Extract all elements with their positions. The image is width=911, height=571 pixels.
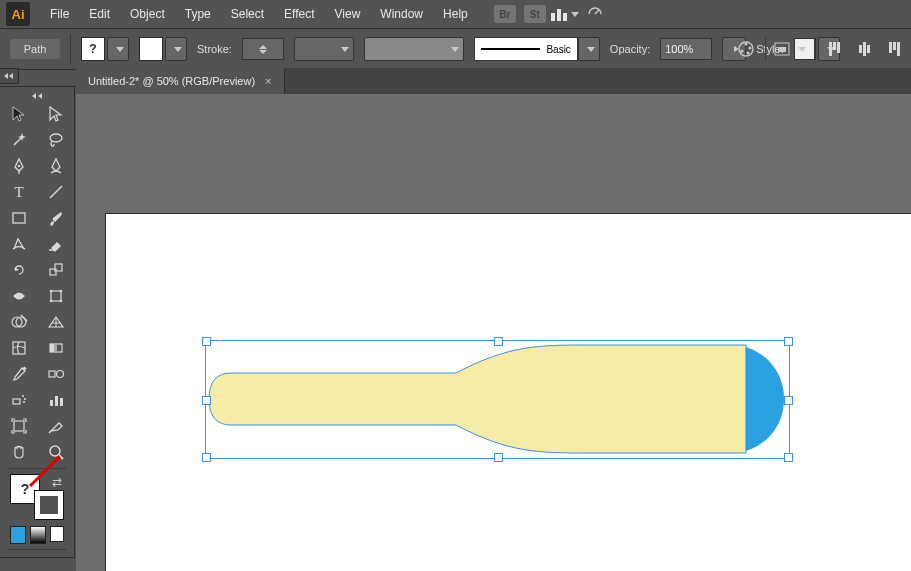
menu-select[interactable]: Select — [221, 0, 274, 28]
rectangle-tool[interactable] — [0, 205, 37, 231]
align-right-icon[interactable] — [883, 38, 905, 60]
document-stage[interactable] — [76, 94, 911, 571]
handle-se[interactable] — [784, 453, 793, 462]
align-center-icon[interactable] — [853, 38, 875, 60]
line-segment-tool[interactable] — [37, 179, 74, 205]
swap-fill-stroke-icon[interactable]: ⇄ — [52, 475, 62, 489]
handle-e[interactable] — [784, 396, 793, 405]
stroke-profile-dropdown[interactable] — [294, 37, 354, 61]
scale-tool[interactable] — [37, 257, 74, 283]
align-left-icon[interactable] — [823, 38, 845, 60]
svg-point-3 — [749, 47, 752, 50]
no-stroke-icon[interactable] — [139, 37, 163, 61]
brush-preview[interactable]: Basic — [474, 37, 578, 61]
eyedropper-tool[interactable] — [0, 361, 37, 387]
selection-tool[interactable] — [0, 101, 37, 127]
brush-dropdown[interactable] — [578, 37, 600, 61]
eraser-tool[interactable] — [37, 231, 74, 257]
stroke-swatch-large[interactable] — [34, 490, 64, 520]
gradient-tool[interactable] — [37, 335, 74, 361]
magic-wand-tool[interactable] — [0, 127, 37, 153]
hand-tool[interactable] — [0, 439, 37, 465]
document-tab[interactable]: Untitled-2* @ 50% (RGB/Preview) × — [76, 68, 285, 94]
stroke-control[interactable] — [139, 37, 187, 61]
menu-effect[interactable]: Effect — [274, 0, 324, 28]
handle-n[interactable] — [494, 337, 503, 346]
separator — [814, 37, 815, 61]
color-mode-solid[interactable] — [10, 526, 26, 544]
menu-view[interactable]: View — [325, 0, 371, 28]
svg-point-5 — [741, 50, 744, 53]
handle-ne[interactable] — [784, 337, 793, 346]
column-graph-tool[interactable] — [37, 387, 74, 413]
fill-dropdown[interactable] — [107, 37, 129, 61]
menu-type[interactable]: Type — [175, 0, 221, 28]
artboard-tool[interactable] — [0, 413, 37, 439]
opacity-input[interactable]: 100% — [660, 38, 712, 60]
direct-selection-tool[interactable] — [37, 101, 74, 127]
handle-s[interactable] — [494, 453, 503, 462]
svg-point-20 — [59, 290, 62, 293]
menu-window[interactable]: Window — [370, 0, 433, 28]
blend-tool[interactable] — [37, 361, 74, 387]
menu-help[interactable]: Help — [433, 0, 478, 28]
handle-nw[interactable] — [202, 337, 211, 346]
gpu-performance-icon[interactable] — [584, 3, 606, 25]
brush-definition[interactable]: Basic — [474, 37, 600, 61]
opacity-label: Opacity: — [610, 43, 650, 55]
slice-tool[interactable] — [37, 413, 74, 439]
svg-point-22 — [59, 300, 62, 303]
fill-control[interactable]: ? — [81, 37, 129, 61]
free-transform-tool[interactable] — [37, 283, 74, 309]
lasso-tool[interactable] — [37, 127, 74, 153]
bridge-icon[interactable]: Br — [494, 5, 516, 23]
perspective-grid-tool[interactable] — [37, 309, 74, 335]
menu-right-icons: Br St — [494, 3, 606, 25]
fill-swatch[interactable]: ? — [81, 37, 105, 61]
app-menu-bar: Ai File Edit Object Type Select Effect V… — [0, 0, 911, 29]
menu-edit[interactable]: Edit — [79, 0, 120, 28]
arrow-down-icon — [259, 50, 267, 54]
stroke-weight-stepper[interactable] — [242, 38, 284, 60]
handle-sw[interactable] — [202, 453, 211, 462]
close-icon[interactable]: × — [265, 75, 271, 87]
rotate-tool[interactable] — [0, 257, 37, 283]
tools-panel-grip[interactable] — [0, 91, 74, 101]
svg-rect-32 — [22, 366, 26, 370]
panel-collapse-handle[interactable] — [0, 68, 19, 84]
handle-w[interactable] — [202, 396, 211, 405]
artboard[interactable] — [106, 214, 911, 571]
recolor-artwork-icon[interactable] — [735, 38, 757, 60]
menu-object[interactable]: Object — [120, 0, 175, 28]
paintbrush-tool[interactable] — [37, 205, 74, 231]
svg-rect-40 — [55, 396, 58, 406]
svg-point-34 — [56, 371, 63, 378]
mesh-tool[interactable] — [0, 335, 37, 361]
document-tab-bar: Untitled-2* @ 50% (RGB/Preview) × — [76, 68, 911, 95]
arrange-documents-button[interactable] — [554, 3, 576, 25]
stock-icon[interactable]: St — [524, 5, 546, 23]
menu-file[interactable]: File — [40, 0, 79, 28]
svg-rect-39 — [50, 400, 53, 406]
svg-point-36 — [22, 395, 24, 397]
width-tool[interactable] — [0, 283, 37, 309]
shaper-tool[interactable] — [0, 231, 37, 257]
type-tool[interactable]: T — [0, 179, 37, 205]
symbol-sprayer-tool[interactable] — [0, 387, 37, 413]
svg-rect-41 — [60, 398, 63, 406]
svg-rect-42 — [14, 421, 24, 431]
shape-builder-tool[interactable] — [0, 309, 37, 335]
brush-line-icon — [481, 48, 541, 50]
curvature-tool[interactable] — [37, 153, 74, 179]
align-to-dropdown[interactable] — [774, 38, 806, 60]
color-mode-row — [0, 524, 74, 546]
selection-bounding-box[interactable] — [205, 340, 790, 459]
document-setup-icon — [774, 42, 792, 56]
variable-width-profile[interactable] — [364, 37, 464, 61]
color-mode-none[interactable] — [50, 526, 64, 542]
pen-tool[interactable] — [0, 153, 37, 179]
separator — [765, 37, 766, 61]
fill-stroke-control[interactable]: ? ⇄ — [0, 472, 74, 524]
stroke-dropdown[interactable] — [165, 37, 187, 61]
color-mode-gradient[interactable] — [30, 526, 46, 544]
